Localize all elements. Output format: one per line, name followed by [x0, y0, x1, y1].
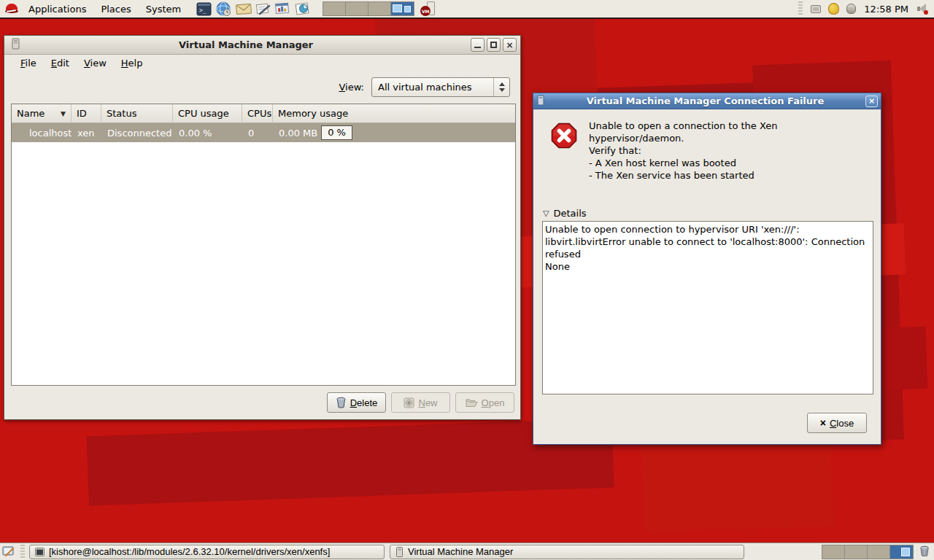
cell-status: Disconnected — [101, 123, 173, 142]
column-status-label: Status — [107, 108, 136, 119]
workspace-window-thumb — [404, 6, 411, 12]
impress-launcher-icon[interactable] — [274, 1, 291, 17]
vmm-window-title: Virtual Machine Manager — [23, 39, 468, 50]
new-vm-icon — [404, 397, 414, 408]
dialog-button-row: × Close — [807, 413, 867, 433]
web-browser-launcher-icon[interactable] — [215, 1, 232, 17]
sort-descending-icon: ▼ — [61, 110, 66, 117]
cell-memory-usage: 0.00 MB 0 % — [273, 123, 515, 142]
panel-clock[interactable]: 12:58 PM — [864, 4, 908, 15]
ws-window-thumb — [901, 548, 910, 556]
svg-text:>_: >_ — [199, 7, 207, 14]
column-id-label: ID — [77, 108, 87, 119]
open-button[interactable]: Open — [455, 392, 514, 413]
vm-row-localhost-selected[interactable]: localhost xen Disconnected 0.00 % 0 0.00… — [12, 123, 515, 142]
verify-heading: Verify that: — [589, 144, 875, 157]
menu-help[interactable]: Help — [114, 56, 150, 70]
writer-launcher-icon[interactable] — [255, 1, 271, 17]
email-launcher-icon[interactable] — [235, 1, 252, 17]
view-filter-row: View: All virtual machines — [4, 76, 510, 98]
column-header-name[interactable]: Name ▼ — [12, 104, 72, 123]
vmm-action-buttons: Delete New Open — [4, 392, 514, 413]
column-name-label: Name — [17, 108, 45, 119]
notification-area-handle[interactable] — [798, 1, 803, 16]
workspace-4-active[interactable] — [391, 2, 414, 15]
workspace-window-thumb — [393, 4, 402, 12]
dialog-title: Virtual Machine Manager Connection Failu… — [545, 96, 865, 106]
view-label: View: — [339, 82, 364, 93]
dialog-window-icon — [536, 95, 545, 108]
menu-edit[interactable]: Edit — [44, 56, 77, 70]
new-button-label: New — [418, 397, 437, 408]
top-panel: Applications Places System >_ — [0, 0, 934, 19]
taskbar-item-vmm[interactable]: Virtual Machine Manager — [390, 545, 744, 559]
menu-view[interactable]: View — [77, 56, 114, 70]
details-textarea[interactable]: Unable to open connection to hypervisor … — [542, 221, 873, 394]
taskbar-item-terminal-label: [kishore@localhost:/lib/modules/2.6.32.1… — [49, 546, 330, 557]
dialog-message: Unable to open a connection to the Xen h… — [589, 120, 875, 144]
maximize-button[interactable] — [487, 38, 501, 52]
vm-list-table: Name ▼ ID Status CPU usage CPUs Memory u… — [11, 104, 516, 386]
column-header-cpus[interactable]: CPUs — [242, 104, 273, 123]
dialog-close-icon[interactable]: × — [865, 96, 878, 107]
menu-system[interactable]: System — [139, 0, 188, 18]
taskbar-item-vmm-label: Virtual Machine Manager — [408, 546, 513, 557]
workspace-1[interactable] — [323, 2, 346, 15]
new-button[interactable]: New — [391, 392, 450, 413]
input-tray-icon[interactable] — [846, 4, 856, 14]
show-desktop-button[interactable] — [0, 544, 16, 560]
bottom-taskbar: [kishore@localhost:/lib/modules/2.6.32.1… — [0, 542, 934, 560]
open-folder-icon — [466, 398, 478, 408]
memory-amount: 0.00 MB — [279, 128, 317, 139]
display-tray-icon[interactable] — [811, 5, 821, 13]
minimize-button[interactable] — [471, 38, 485, 52]
vmm-window-icon — [11, 38, 20, 52]
volume-muted-icon[interactable] — [916, 4, 928, 15]
view-combobox[interactable]: All virtual machines — [371, 77, 510, 97]
expander-open-icon: ▽ — [543, 209, 549, 218]
selinux-tray-icon[interactable] — [828, 3, 839, 15]
ws-bottom-4-active[interactable] — [890, 545, 913, 559]
delete-button-label: Delete — [350, 397, 378, 408]
menu-applications[interactable]: Applications — [21, 0, 93, 18]
dialog-close-button[interactable]: × Close — [807, 413, 867, 433]
virt-manager-tray-icon[interactable]: VM — [420, 1, 436, 17]
cell-id: xen — [72, 123, 101, 142]
view-combobox-value: All virtual machines — [372, 82, 493, 93]
workspace-2[interactable] — [346, 2, 368, 15]
workspace-3[interactable] — [368, 2, 391, 15]
terminal-launcher-icon[interactable]: >_ — [196, 1, 212, 17]
vmm-window: Virtual Machine Manager × File Edit View… — [4, 35, 521, 420]
trash-applet-icon[interactable] — [919, 545, 930, 559]
redhat-logo-icon[interactable] — [5, 4, 18, 14]
open-button-label: Open — [482, 397, 505, 408]
calc-launcher-icon[interactable] — [294, 1, 311, 17]
vmm-titlebar[interactable]: Virtual Machine Manager × — [4, 36, 520, 55]
workspace-switcher-bottom[interactable] — [822, 545, 914, 559]
vmm-task-icon — [395, 547, 404, 557]
connection-failure-dialog: Virtual Machine Manager Connection Failu… — [533, 93, 881, 445]
delete-button[interactable]: Delete — [327, 392, 386, 413]
menu-places[interactable]: Places — [93, 0, 138, 18]
column-header-memory-usage[interactable]: Memory usage — [273, 104, 515, 123]
column-header-id[interactable]: ID — [72, 104, 101, 123]
column-header-cpu-usage[interactable]: CPU usage — [173, 104, 242, 123]
menu-file[interactable]: File — [13, 56, 44, 70]
error-icon — [551, 122, 577, 151]
ws-bottom-2[interactable] — [845, 545, 868, 559]
column-header-status[interactable]: Status — [101, 104, 173, 123]
details-expander[interactable]: ▽ Details — [543, 208, 587, 219]
combobox-arrows-icon — [493, 78, 509, 96]
column-cpus-label: CPUs — [247, 108, 271, 119]
taskbar-item-terminal[interactable]: [kishore@localhost:/lib/modules/2.6.32.1… — [29, 545, 385, 559]
ws-bottom-3[interactable] — [868, 545, 890, 559]
close-button[interactable]: × — [503, 38, 517, 52]
dialog-titlebar[interactable]: Virtual Machine Manager Connection Failu… — [533, 93, 881, 109]
column-cpu-usage-label: CPU usage — [178, 108, 229, 119]
verify-item-2: - The Xen service has been started — [589, 169, 875, 182]
workspace-switcher-top[interactable] — [323, 1, 414, 16]
window-list-handle[interactable] — [20, 545, 25, 559]
cell-cpus: 0 — [242, 123, 273, 142]
ws-bottom-1[interactable] — [822, 545, 845, 559]
trash-icon — [336, 397, 347, 408]
